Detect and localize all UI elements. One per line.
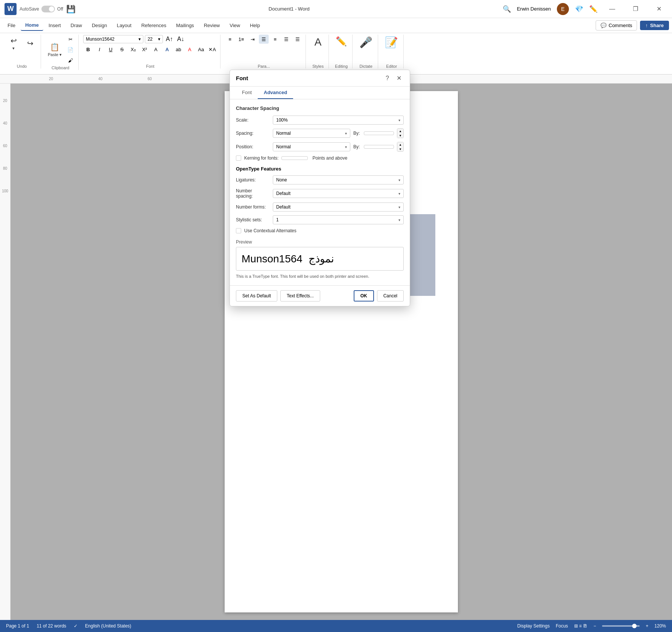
menu-review[interactable]: Review (199, 20, 225, 30)
change-case-button[interactable]: Aa (196, 45, 206, 54)
font-color-button[interactable]: A (185, 45, 195, 54)
font-name-selector[interactable]: Munson15642 ▾ (83, 35, 143, 43)
menu-view[interactable]: View (225, 20, 245, 30)
shrink-font-button[interactable]: A↓ (176, 35, 185, 44)
tab-advanced[interactable]: Advanced (258, 87, 293, 99)
dialog-close-button[interactable]: ✕ (394, 74, 404, 82)
underline-button[interactable]: U (106, 45, 116, 54)
ruler-mark-60: 60 (147, 77, 152, 81)
kerning-input[interactable] (281, 156, 308, 160)
grow-font-button[interactable]: A↑ (164, 35, 174, 44)
dialog-help-button[interactable]: ? (383, 74, 391, 82)
strikethrough-button[interactable]: S (117, 45, 127, 54)
bold-button[interactable]: B (83, 45, 93, 54)
styles-button[interactable]: A (310, 35, 325, 50)
superscript-button[interactable]: X² (140, 45, 149, 54)
editing-button[interactable]: ✏️ (333, 35, 349, 49)
vertical-ruler: 20 40 60 80 100 (0, 84, 11, 620)
scale-select[interactable]: 100% ▾ (273, 116, 404, 125)
side-ruler-20: 20 (3, 99, 7, 121)
clear-format-button[interactable]: ✕A (207, 45, 217, 54)
justify-button[interactable]: ☰ (293, 35, 303, 44)
close-button[interactable]: ✕ (650, 3, 667, 15)
menu-design[interactable]: Design (87, 20, 111, 30)
align-left-button[interactable]: ☰ (259, 35, 269, 44)
menu-draw[interactable]: Draw (66, 20, 87, 30)
zoom-minus-button[interactable]: − (593, 623, 596, 629)
clipboard-label: Clipboard (52, 65, 69, 70)
stylistic-sets-row: Stylistic sets: 1 ▾ (236, 215, 404, 224)
number-spacing-select[interactable]: Default ▾ (273, 189, 404, 198)
position-spin-down[interactable]: ▼ (397, 147, 403, 151)
minimize-button[interactable]: — (604, 3, 621, 15)
redo-button[interactable]: ↪ (23, 37, 38, 50)
menu-layout[interactable]: Layout (112, 20, 136, 30)
search-icon[interactable]: 🔍 (503, 5, 511, 13)
text-effects-button[interactable]: A (151, 45, 161, 54)
format-painter-button[interactable]: 🖌 (65, 56, 75, 65)
number-spacing-arrow: ▾ (398, 192, 400, 196)
maximize-button[interactable]: ❐ (627, 3, 644, 15)
stylistic-sets-select[interactable]: 1 ▾ (273, 215, 404, 224)
position-arrow: ▾ (345, 145, 347, 149)
copy-button[interactable]: 📄 (65, 45, 75, 54)
dictate-button[interactable]: 🎤 (357, 35, 375, 51)
bullet-list-button[interactable]: ≡ (225, 35, 235, 44)
ok-button[interactable]: OK (354, 290, 374, 302)
menu-file[interactable]: File (3, 20, 20, 30)
menu-references[interactable]: References (137, 20, 170, 30)
tab-font[interactable]: Font (236, 87, 258, 99)
number-forms-select[interactable]: Default ▾ (273, 203, 404, 212)
by-label-2: By: (353, 144, 361, 149)
editor-button[interactable]: 📝 (383, 35, 400, 51)
display-settings[interactable]: Display Settings (517, 623, 550, 629)
ligatures-select[interactable]: None ▾ (273, 175, 404, 184)
spacing-spin-up[interactable]: ▲ (397, 129, 403, 133)
kerning-checkbox[interactable] (236, 155, 241, 161)
highlight-button[interactable]: ab (173, 45, 183, 54)
menu-mailings[interactable]: Mailings (172, 20, 199, 30)
position-spin-up[interactable]: ▲ (397, 142, 403, 147)
position-by-input[interactable] (364, 145, 394, 149)
ruler-mark-20: 20 (49, 77, 53, 81)
preview-box: Munson1564 نموذج (236, 247, 404, 271)
cancel-button[interactable]: Cancel (377, 290, 404, 302)
align-right-button[interactable]: ☰ (281, 35, 291, 44)
focus-mode[interactable]: Focus (556, 623, 568, 629)
font-size-selector[interactable]: 22 ▾ (145, 35, 163, 43)
position-row: Position: Normal ▾ By: ▲ ▼ (236, 142, 404, 152)
spacing-spin-down[interactable]: ▼ (397, 133, 403, 138)
menu-insert[interactable]: Insert (44, 20, 65, 30)
undo-group: ↩ ▾ ↪ Undo (3, 35, 41, 69)
comments-button[interactable]: 💬 Comments (596, 20, 637, 30)
stylistic-sets-arrow: ▾ (398, 218, 400, 222)
spacing-by-input[interactable] (364, 131, 394, 135)
spacing-select[interactable]: Normal ▾ (273, 129, 350, 138)
text-effects-button[interactable]: Text Effects... (280, 290, 320, 302)
text-color-button[interactable]: A (162, 45, 172, 54)
view-icons: ⊞ ≡ 🖹 (574, 623, 588, 629)
subscript-button[interactable]: X₂ (128, 45, 138, 54)
position-select[interactable]: Normal ▾ (273, 142, 350, 151)
stylistic-sets-value: 1 (276, 217, 279, 222)
italic-button[interactable]: I (94, 45, 104, 54)
autosave-toggle[interactable] (41, 6, 55, 12)
set-default-button[interactable]: Set As Default (236, 290, 277, 302)
indent-button[interactable]: ⇥ (248, 35, 257, 44)
opentype-title: OpenType Features (236, 166, 404, 172)
contextual-checkbox[interactable] (236, 228, 241, 233)
undo-button[interactable]: ↩ ▾ (6, 35, 21, 52)
save-icon[interactable]: 💾 (66, 5, 76, 14)
paste-button[interactable]: 📋 Paste ▾ (46, 41, 64, 59)
align-center-button[interactable]: ≡ (270, 35, 280, 44)
menu-home[interactable]: Home (21, 20, 43, 31)
language[interactable]: English (United States) (85, 623, 131, 629)
cut-button[interactable]: ✂ (65, 35, 75, 44)
zoom-slider[interactable] (602, 625, 640, 627)
numbered-list-button[interactable]: 1≡ (236, 35, 246, 44)
dialog-title: Font (236, 75, 248, 81)
menu-help[interactable]: Help (245, 20, 265, 30)
zoom-thumb (632, 624, 637, 628)
share-button[interactable]: ↑ Share (640, 21, 669, 30)
zoom-plus-button[interactable]: + (646, 623, 648, 629)
